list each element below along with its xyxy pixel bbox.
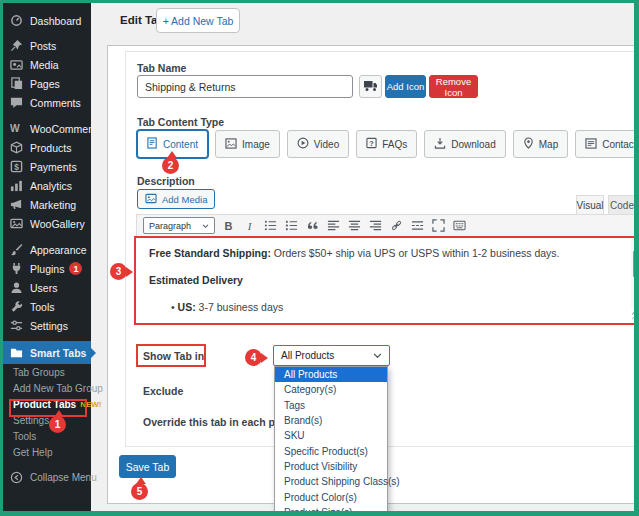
toolbar-toggle-button[interactable] — [452, 218, 467, 234]
remove-icon-button[interactable]: Remove Icon — [429, 75, 478, 98]
editor-heading: Estimated Delivery — [149, 274, 243, 286]
read-more-button[interactable] — [410, 218, 425, 234]
sidebar-item-settings[interactable]: Settings — [3, 316, 91, 335]
show-tab-in-dropdown: All Products Category(s) Tags Brand(s) S… — [274, 366, 388, 516]
submenu-settings[interactable]: Settings — [3, 412, 91, 428]
editor-paragraph: Free Standard Shipping: Orders $50+ ship… — [149, 247, 560, 259]
submenu-product-tabs[interactable]: Product Tabs NEW! — [3, 396, 91, 412]
align-left-button[interactable] — [326, 218, 341, 234]
select-chevron-icon — [373, 350, 382, 361]
content-type-image[interactable]: Image — [215, 130, 280, 158]
align-right-button[interactable] — [368, 218, 383, 234]
plug-icon — [10, 262, 24, 276]
submenu-get-help[interactable]: Get Help — [3, 444, 91, 460]
dashboard-icon — [10, 14, 24, 28]
megaphone-icon — [10, 198, 24, 212]
sidebar-item-dashboard[interactable]: Dashboard — [3, 11, 91, 30]
content-type-faqs[interactable]: ? FAQs — [356, 130, 417, 158]
chevron-down-icon — [202, 221, 209, 231]
sidebar-item-payments[interactable]: $ Payments — [3, 157, 91, 176]
scroll-up-icon[interactable]: ▲ — [631, 240, 639, 249]
sidebar-item-tools[interactable]: Tools — [3, 297, 91, 316]
sidebar-item-plugins[interactable]: Plugins 1 — [3, 259, 91, 278]
sidebar-item-appearance[interactable]: Appearance — [3, 240, 91, 259]
sidebar-item-woogallery[interactable]: WooGallery — [3, 214, 91, 233]
collapse-menu-button[interactable]: Collapse Menu — [3, 468, 91, 487]
dropdown-option[interactable]: All Products — [275, 367, 387, 382]
content-type-video[interactable]: Video — [287, 130, 349, 158]
annotation-box-editor: Free Standard Shipping: Orders $50+ ship… — [134, 236, 639, 325]
bold-button[interactable]: B — [221, 218, 236, 234]
smart-tabs-submenu: Tab Groups Add New Tab Group Product Tab… — [3, 364, 91, 460]
scrollbar-thumb[interactable] — [633, 250, 639, 278]
dropdown-option[interactable]: Product Color(s) — [275, 489, 387, 504]
bullet-list-button[interactable] — [263, 218, 278, 234]
map-pin-icon — [523, 137, 534, 151]
dropdown-option[interactable]: Product Visibility — [275, 459, 387, 474]
annotation-pointer-3 — [126, 267, 133, 277]
tab-visual[interactable]: Visual — [576, 195, 604, 215]
tab-code[interactable]: Code — [608, 195, 636, 215]
sidebar-item-posts[interactable]: Posts — [3, 36, 91, 55]
annotation-badge-4: 4 — [245, 349, 262, 366]
dropdown-option[interactable]: Tags — [275, 398, 387, 413]
sidebar-item-comments[interactable]: Comments — [3, 93, 91, 112]
tab-name-input[interactable] — [137, 75, 353, 98]
sidebar-item-products[interactable]: Products — [3, 138, 91, 157]
dropdown-option[interactable]: Category(s) — [275, 382, 387, 397]
dropdown-option[interactable]: Product Size(s) — [275, 505, 387, 516]
sidebar-item-pages[interactable]: Pages — [3, 74, 91, 93]
play-circle-icon — [297, 137, 309, 151]
app-frame: Dashboard Posts Media Pages Comments W W… — [0, 0, 639, 516]
comment-bubble-icon — [10, 96, 24, 110]
resize-handle[interactable] — [632, 311, 639, 320]
main-content: Edit Tab + Add New Tab Tab Name Add Icon… — [91, 3, 634, 511]
dropdown-option[interactable]: Product Shipping Class(s) — [275, 474, 387, 489]
editor-content-area[interactable]: Free Standard Shipping: Orders $50+ ship… — [137, 239, 639, 322]
image-icon — [225, 138, 237, 151]
editor-scrollbar[interactable]: ▲ ▼ — [631, 240, 639, 309]
dropdown-option[interactable]: SKU — [275, 428, 387, 443]
submenu-add-new-tab-group[interactable]: Add New Tab Group — [3, 380, 91, 396]
fullscreen-button[interactable] — [431, 218, 446, 234]
icon-preview-button[interactable] — [359, 75, 382, 98]
collapse-arrow-icon — [10, 471, 24, 485]
download-icon — [434, 137, 446, 151]
blockquote-button[interactable] — [305, 218, 320, 234]
svg-text:?: ? — [369, 139, 374, 148]
content-type-contact-form[interactable]: Contact Form — [575, 130, 639, 158]
sidebar-item-users[interactable]: Users — [3, 278, 91, 297]
dropdown-option[interactable]: Brand(s) — [275, 413, 387, 428]
sidebar-item-analytics[interactable]: Analytics — [3, 176, 91, 195]
sidebar-item-smart-tabs[interactable]: Smart Tabs — [3, 341, 91, 364]
add-icon-button[interactable]: Add Icon — [385, 75, 426, 98]
add-media-button[interactable]: Add Media — [137, 189, 215, 209]
link-button[interactable] — [389, 218, 404, 234]
align-center-button[interactable] — [347, 218, 362, 234]
exclude-label: Exclude — [143, 385, 183, 397]
sidebar-item-marketing[interactable]: Marketing — [3, 195, 91, 214]
show-tab-in-select[interactable]: All Products — [273, 345, 390, 366]
box-icon — [10, 141, 24, 155]
user-icon — [10, 281, 24, 295]
save-tab-button[interactable]: Save Tab — [119, 455, 176, 478]
sidebar-item-media[interactable]: Media — [3, 55, 91, 74]
add-new-tab-button[interactable]: + Add New Tab — [156, 8, 240, 33]
admin-sidebar: Dashboard Posts Media Pages Comments W W… — [3, 3, 91, 511]
tab-name-label: Tab Name — [137, 62, 186, 74]
editor-toolbar: Paragraph B I — [136, 214, 639, 237]
sidebar-item-woocommerce[interactable]: W WooCommerce — [3, 119, 91, 138]
paragraph-format-select[interactable]: Paragraph — [143, 217, 215, 234]
content-type-download[interactable]: Download — [424, 130, 505, 158]
scroll-down-icon[interactable]: ▼ — [631, 300, 639, 309]
annotation-badge-2: 2 — [162, 157, 179, 174]
submenu-tools[interactable]: Tools — [3, 428, 91, 444]
italic-button[interactable]: I — [242, 218, 257, 234]
plugins-count-badge: 1 — [69, 262, 82, 275]
annotation-pointer-4 — [261, 353, 268, 363]
numbered-list-button[interactable] — [284, 218, 299, 234]
submenu-tab-groups[interactable]: Tab Groups — [3, 364, 91, 380]
content-type-map[interactable]: Map — [513, 130, 568, 158]
pages-icon — [10, 77, 24, 91]
dropdown-option[interactable]: Specific Product(s) — [275, 443, 387, 458]
